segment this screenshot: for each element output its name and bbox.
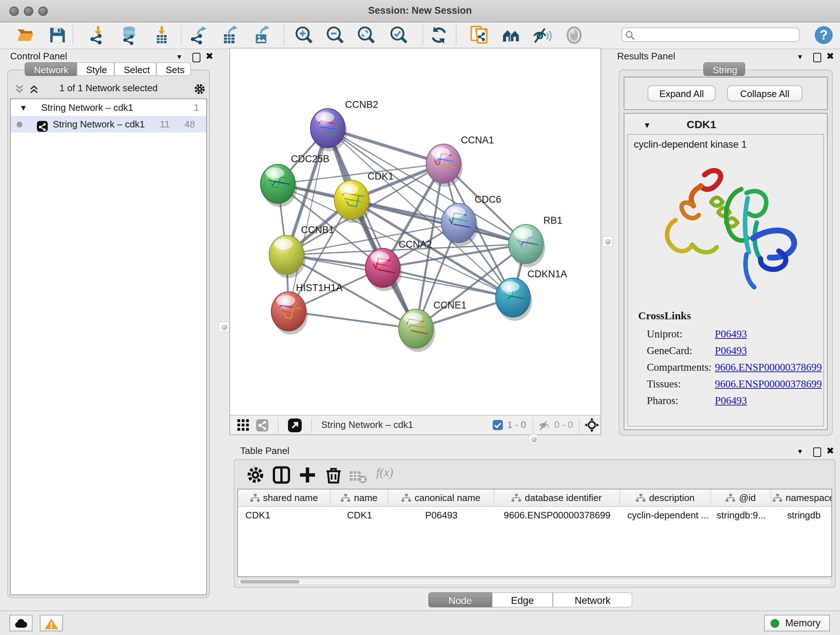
crosslink-row: GeneCard: P06493 [647,342,821,359]
table-gear-icon[interactable] [246,466,265,485]
network-list: ▾ String Network – cdk1 1 String Network… [10,98,207,595]
hidden-counts: 0 - 0 [554,419,573,430]
table-body: CDK1CDK1P064939606.ENSP00000378699cyclin… [238,507,831,524]
node-table[interactable]: shared namenamecanonical namedatabase id… [237,489,832,577]
export-network-icon[interactable] [189,25,209,45]
import-network-from-database-icon[interactable] [119,25,139,45]
expand-all-button[interactable]: Expand All [647,86,715,101]
memory-status-icon [771,619,779,628]
control-panel-menu-icon[interactable]: ▾ [177,51,181,62]
table-panel-menu-icon[interactable]: ▾ [798,445,802,456]
network-row[interactable]: String Network – cdk1 11 48 [11,116,206,133]
warning-button[interactable] [40,615,63,631]
tab-select[interactable]: Select [114,62,156,76]
table-hscrollbar[interactable] [237,578,832,585]
results-panel-tabs: String [703,62,745,76]
zoom-in-icon[interactable] [294,25,314,45]
table-panel-float-icon[interactable] [813,446,821,457]
delete-column-icon[interactable] [324,466,343,485]
status-bar: Memory [0,610,840,635]
tab-sets[interactable]: Sets [156,62,191,76]
tab-network[interactable]: Network [25,62,77,76]
svg-text:CDK1: CDK1 [368,171,393,182]
network-collection-row[interactable]: ▾ String Network – cdk1 1 [11,99,206,116]
zoom-selected-icon[interactable] [389,25,409,45]
toolbar-separator [73,25,73,45]
tab-node-table[interactable]: Node Table [428,592,492,608]
zoom-fit-icon[interactable] [357,25,376,45]
right-divider-grip[interactable] [602,236,613,247]
column-header-canonical-name[interactable]: canonical name [388,489,494,506]
control-panel-close-icon[interactable]: ✖ [205,51,213,62]
string-home-icon[interactable] [501,25,521,45]
left-divider-grip[interactable] [218,321,229,333]
column-header-name[interactable]: name [331,489,388,506]
bottom-divider-grip[interactable] [528,434,539,445]
app-window: Session: New Session [0,0,840,635]
control-panel-float-icon[interactable] [193,51,201,62]
results-panel-menu-icon[interactable]: ▾ [798,51,802,62]
memory-button[interactable]: Memory [764,615,830,631]
memory-label: Memory [785,618,821,629]
protein-section: ▾ CDK1 cyclin-dependent kinase 1 [624,113,828,430]
open-session-icon[interactable] [16,25,35,45]
gray-sphere-icon[interactable] [564,25,584,45]
zoom-out-icon[interactable] [325,25,345,45]
table-hscrollbar-thumb[interactable] [240,580,300,584]
protein-detail-box: cyclin-dependent kinase 1 [627,134,824,426]
results-panel-float-icon[interactable] [813,51,821,62]
hide-unhide-icon[interactable] [532,25,552,45]
pharos-link[interactable]: P06493 [715,393,747,409]
create-column-icon[interactable] [298,466,317,485]
export-table-icon[interactable] [221,25,240,45]
svg-text:CCNB2: CCNB2 [345,99,378,110]
show-columns-icon[interactable] [272,466,291,485]
cloud-button[interactable] [9,615,33,631]
protein-structure-image [650,159,805,304]
results-panel-close-icon[interactable]: ✖ [826,51,834,62]
help-icon[interactable]: ? [814,25,834,45]
column-header-shared-name[interactable]: shared name [238,489,331,506]
import-table-icon[interactable] [152,25,172,45]
open-in-window-icon[interactable] [288,418,302,432]
collapse-icon[interactable]: ▾ [21,99,26,116]
control-panel-tabs: NetworkStyleSelectSets [25,62,191,76]
current-network-dot-icon [17,122,22,127]
svg-text:CCNA1: CCNA1 [461,135,494,146]
tab-edge-table[interactable]: Edge Table [492,592,553,608]
refresh-icon[interactable] [429,25,448,45]
protein-description: cyclin-dependent kinase 1 [634,139,747,150]
table-panel-close-icon[interactable]: ✖ [826,445,834,456]
tab-style[interactable]: Style [77,62,114,76]
column-header-description[interactable]: description [620,489,711,506]
fit-content-icon[interactable] [584,418,599,432]
search-input[interactable] [637,29,797,42]
tissues-link[interactable]: 9606.ENSP00000378699 [715,376,822,393]
tab-network-table[interactable]: Network Table [553,592,632,608]
toolbar-separator [284,25,284,45]
save-session-icon[interactable] [48,25,67,45]
string-style-icon[interactable] [256,419,268,432]
compartments-link[interactable]: 9606.ENSP00000378699 [715,359,822,376]
birds-eye-icon[interactable] [237,419,249,432]
genecard-link[interactable]: P06493 [715,342,747,359]
export-image-icon[interactable] [253,25,272,45]
selected-checkbox-icon[interactable] [493,420,503,430]
tab-string[interactable]: String [703,62,745,76]
protein-collapse-icon[interactable]: ▾ [645,119,649,130]
collapse-all-button[interactable]: Collapse All [727,86,802,101]
table-header-row: shared namenamecanonical namedatabase id… [238,489,831,507]
column-header-namespace[interactable]: namespace [771,489,832,506]
string-import-icon[interactable] [470,25,489,45]
network-canvas[interactable]: CCNB2CCNA1CDC25BCDK1CDC6RB1CCNB1CCNA2CDK… [230,49,600,415]
table-row[interactable]: CDK1CDK1P064939606.ENSP00000378699cyclin… [238,507,831,524]
table-panel: f(x) shared namenamecanonical namedataba… [234,459,836,588]
title-bar: Session: New Session [0,0,840,22]
gear-icon[interactable] [194,83,205,95]
uniprot-link[interactable]: P06493 [715,326,747,342]
hidden-eye-icon [538,419,551,432]
column-header--id[interactable]: @id [711,489,771,506]
search-box[interactable] [622,27,799,42]
import-network-icon[interactable] [88,25,108,45]
column-header-database-identifier[interactable]: database identifier [494,489,620,506]
